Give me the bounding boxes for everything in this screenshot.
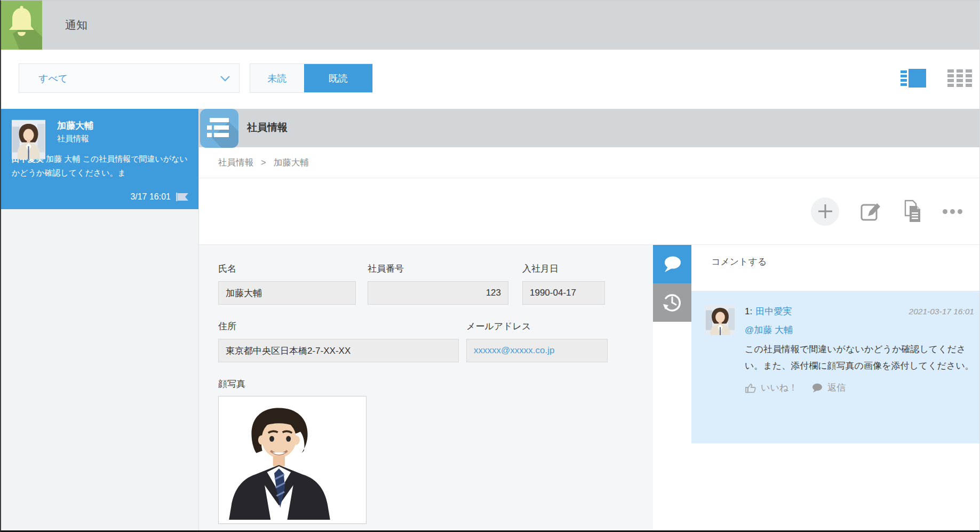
thumbs-up-icon: [745, 382, 756, 394]
comment-actions: いいね！ 返信: [745, 382, 974, 394]
notification-app-name: 社員情報: [57, 133, 188, 145]
comment-mention-link[interactable]: @加藤 大輔: [745, 324, 974, 336]
comment-author-link[interactable]: 田中愛実: [755, 305, 792, 317]
comment-index: 1:: [745, 306, 752, 317]
notification-title: 加藤大輔: [57, 119, 188, 133]
edit-icon: [859, 200, 882, 223]
comment-timestamp: 2021-03-17 16:01: [909, 307, 974, 316]
app-header: 通知: [1, 1, 979, 50]
list-preview-bars: [901, 69, 907, 88]
breadcrumb: 社員情報 > 加藤大輔: [199, 147, 980, 178]
dropdown-selected-value: すべて: [38, 72, 220, 85]
record-form: 氏名 加藤大輔 社員番号 123 入社月日 1990-04-17 住所 東京都中…: [199, 245, 653, 530]
copy-icon: [902, 200, 922, 223]
notification-screen: 通知 すべて 未読 既読: [0, 0, 980, 532]
like-button[interactable]: いいね！: [745, 382, 798, 394]
edit-record-button[interactable]: [859, 200, 882, 223]
list-preview-view-button[interactable]: [901, 69, 926, 88]
read-state-toggle: 未読 既読: [250, 63, 373, 93]
employee-photo[interactable]: [223, 401, 336, 520]
record-detail: 社員情報 社員情報 > 加藤大輔: [199, 109, 980, 530]
notification-item-selected[interactable]: 加藤大輔 社員情報 田中愛実 加藤 大輔 この社員情報で間違いがないかどうか確認…: [1, 109, 198, 209]
plus-icon: [817, 203, 833, 219]
record-toolbar: [199, 178, 980, 244]
breadcrumb-current: 加藤大輔: [274, 157, 309, 169]
ellipsis-icon: [943, 209, 947, 214]
breadcrumb-separator: >: [261, 157, 266, 168]
employee-app-icon: [200, 109, 238, 148]
comment-header-line: 1: 田中愛実 2021-03-17 16:01: [745, 305, 974, 317]
field-label-address: 住所: [218, 320, 236, 332]
notification-meta: 3/17 16:01: [130, 192, 189, 202]
comments-tab[interactable]: [653, 245, 691, 283]
comment-panel: コメントする: [691, 245, 980, 530]
field-label-name: 氏名: [218, 263, 236, 275]
chevron-down-icon: [220, 75, 230, 82]
view-toggles: [901, 63, 972, 93]
field-value-name: 加藤大輔: [218, 281, 356, 305]
comment-bubble-icon: [662, 255, 683, 274]
record-app-title: 社員情報: [247, 121, 288, 134]
unread-tab[interactable]: 未読: [250, 64, 304, 92]
filter-bar: すべて 未読 既読: [1, 50, 979, 109]
list-preview-pane: [909, 69, 926, 88]
bell-icon: [1, 1, 42, 50]
notifications-app-tile[interactable]: [1, 1, 42, 50]
content: 加藤大輔 社員情報 田中愛実 加藤 大輔 この社員情報で間違いがないかどうか確認…: [1, 109, 979, 530]
field-value-email-link[interactable]: xxxxxx@xxxxx.co.jp: [466, 339, 608, 362]
notification-head: 加藤大輔 社員情報: [57, 119, 188, 145]
flag-icon[interactable]: [176, 193, 189, 201]
field-label-employee-no: 社員番号: [368, 263, 404, 275]
more-actions-button[interactable]: [943, 209, 962, 214]
breadcrumb-app-link[interactable]: 社員情報: [218, 157, 253, 169]
photo-attachment-box: [218, 396, 366, 524]
reply-button[interactable]: 返信: [811, 382, 846, 394]
copy-record-button[interactable]: [902, 200, 922, 223]
add-record-button[interactable]: [811, 197, 839, 226]
history-clock-icon: [661, 291, 683, 314]
record-app-header: 社員情報: [199, 109, 980, 147]
record-body: 氏名 加藤大輔 社員番号 123 入社月日 1990-04-17 住所 東京都中…: [199, 244, 980, 530]
avatar-kato: [12, 120, 45, 160]
page-title: 通知: [65, 18, 87, 33]
field-label-photo: 顔写真: [218, 378, 245, 390]
grid-view-button[interactable]: [947, 69, 972, 87]
notification-list: 加藤大輔 社員情報 田中愛実 加藤 大輔 この社員情報で間違いがないかどうか確認…: [1, 109, 199, 530]
comment-compose-field[interactable]: コメントする: [691, 245, 980, 291]
notification-timestamp: 3/17 16:01: [130, 192, 171, 202]
avatar-tanaka: [705, 305, 735, 335]
history-tab[interactable]: [653, 283, 691, 322]
field-label-hire-date: 入社月日: [522, 263, 559, 275]
notification-filter-dropdown[interactable]: すべて: [19, 63, 240, 93]
reply-label: 返信: [827, 382, 846, 394]
field-value-address: 東京都中央区日本橋2-7-XX-XX: [218, 339, 459, 362]
side-panel-tabs: [653, 245, 691, 530]
reply-bubble-icon: [811, 383, 823, 393]
like-label: いいね！: [761, 382, 798, 394]
comment-item: 1: 田中愛実 2021-03-17 16:01 @加藤 大輔 この社員情報で間…: [691, 291, 980, 443]
field-label-email: メールアドレス: [466, 320, 531, 332]
comment-body: この社員情報で間違いがないかどうか確認してください。また、添付欄に顔写真の画像を…: [745, 342, 974, 374]
field-value-hire-date: 1990-04-17: [522, 281, 605, 305]
field-value-employee-no: 123: [368, 281, 508, 305]
read-tab[interactable]: 既読: [304, 64, 372, 92]
comment-content: 1: 田中愛実 2021-03-17 16:01 @加藤 大輔 この社員情報で間…: [745, 305, 974, 394]
